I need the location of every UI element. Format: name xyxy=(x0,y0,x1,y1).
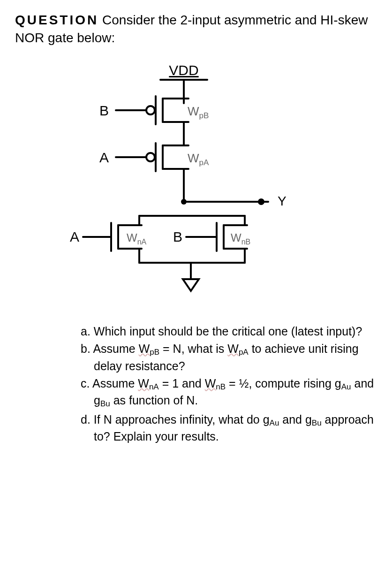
vdd-label: VDD xyxy=(169,62,198,78)
svg-point-19 xyxy=(258,198,264,205)
part-a: a. Which input should be the critical on… xyxy=(81,324,377,340)
circuit-diagram: VDD B WpB A WpA Y xyxy=(15,61,377,305)
output-y-label: Y xyxy=(278,194,286,208)
part-d: d. If N approaches infinity, what do gAu… xyxy=(81,412,377,445)
part-a-text: Which input should be the critical one (… xyxy=(94,325,362,338)
wpb-term: WpB xyxy=(139,342,159,355)
wpb-label: WpB xyxy=(188,104,209,120)
question-prompt: QUESTION Consider the 2-input asymmetric… xyxy=(15,11,377,47)
part-b-t1: Assume xyxy=(93,342,138,355)
part-b: b. Assume WpB = N, what is WpA to achiev… xyxy=(81,341,377,374)
part-d-t1: If N approaches infinity, what do xyxy=(94,413,263,426)
gau-term-d: gAu xyxy=(263,413,279,426)
gbu-term: gBu xyxy=(94,394,110,407)
part-c: c. Assume WnA = 1 and WnB = ½, compute r… xyxy=(81,376,377,410)
part-c-t3: = ½, compute rising xyxy=(226,377,335,390)
wpa-label: WpA xyxy=(188,151,209,167)
nmos-a-input-label: A xyxy=(70,229,79,244)
wnb-label: WnB xyxy=(231,231,250,246)
wnb-term: WnB xyxy=(205,377,226,390)
part-d-t2: and xyxy=(279,413,305,426)
wna-term: WnA xyxy=(138,377,158,390)
nmos-b-input-label: B xyxy=(173,229,182,244)
part-b-t2: = N, what is xyxy=(159,342,227,355)
part-d-lead: d. xyxy=(81,413,94,426)
part-c-lead: c. xyxy=(81,377,92,390)
part-c-t1: Assume xyxy=(92,377,138,390)
question-lead: QUESTION xyxy=(15,13,98,27)
wpa-term: WpA xyxy=(227,342,248,355)
pmos-b-input-label: B xyxy=(99,103,109,118)
svg-marker-39 xyxy=(183,279,199,291)
part-b-lead: b. xyxy=(81,342,93,355)
gau-term: gAu xyxy=(335,377,351,390)
pmos-a-input-label: A xyxy=(99,150,109,165)
svg-point-7 xyxy=(146,106,155,114)
part-c-t5: as function of N. xyxy=(110,394,198,407)
gbu-term-d: gBu xyxy=(305,413,322,426)
part-c-t2: = 1 and xyxy=(159,377,205,390)
question-parts: a. Which input should be the critical on… xyxy=(15,324,377,445)
part-c-t4: and xyxy=(351,377,374,390)
wna-label: WnA xyxy=(127,231,147,246)
svg-point-14 xyxy=(146,153,155,161)
part-a-lead: a. xyxy=(81,325,94,338)
